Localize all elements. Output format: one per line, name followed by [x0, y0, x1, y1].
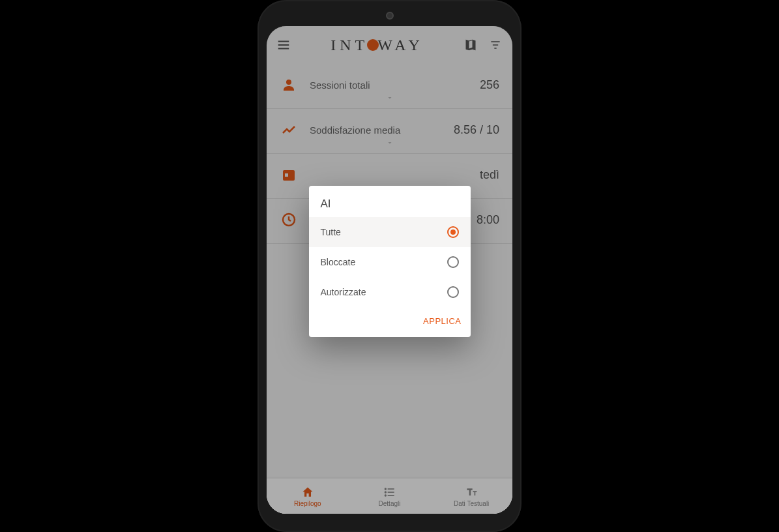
phone-frame: INTWAY Sessioni totali 256 Soddis	[257, 0, 522, 532]
app-screen: INTWAY Sessioni totali 256 Soddis	[267, 26, 512, 514]
radio-option-bloccate[interactable]: Bloccate	[309, 247, 471, 277]
phone-speaker	[386, 12, 394, 20]
radio-option-tutte[interactable]: Tutte	[309, 217, 471, 247]
filter-dialog: AI Tutte Bloccate Autorizzate APPLICA	[309, 186, 471, 337]
radio-option-autorizzate[interactable]: Autorizzate	[309, 277, 471, 307]
radio-label: Autorizzate	[321, 287, 366, 297]
dialog-title: AI	[309, 198, 471, 217]
dialog-actions: APPLICA	[309, 307, 471, 331]
radio-icon	[447, 256, 459, 268]
radio-icon	[447, 286, 459, 298]
radio-label: Tutte	[321, 227, 341, 237]
apply-button[interactable]: APPLICA	[423, 316, 461, 326]
radio-label: Bloccate	[321, 257, 356, 267]
radio-icon	[447, 226, 459, 238]
